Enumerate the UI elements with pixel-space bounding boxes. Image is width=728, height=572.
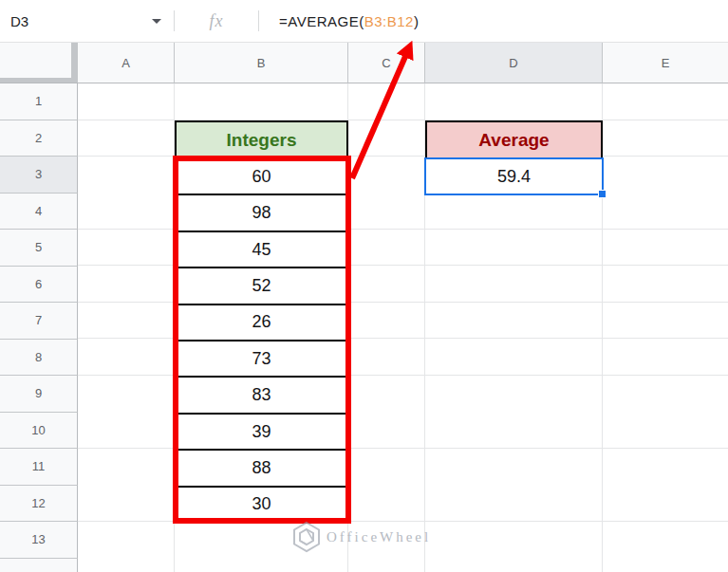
row-header-9[interactable]: 9 xyxy=(0,376,78,413)
cell-D3-selected[interactable]: 59.4 xyxy=(424,157,604,195)
cell-D3-value: 59.4 xyxy=(497,167,531,187)
row-header-3[interactable]: 3 xyxy=(0,157,78,194)
row-header-13[interactable]: 13 xyxy=(0,522,78,559)
cell-B12[interactable]: 30 xyxy=(177,488,346,522)
formula-close-paren: ) xyxy=(414,13,420,29)
row-header-7[interactable]: 7 xyxy=(0,303,78,340)
column-headers: ABCDE xyxy=(78,43,728,83)
row-header-2[interactable]: 2 xyxy=(0,120,78,157)
cell-B8[interactable]: 73 xyxy=(177,341,346,378)
fill-handle[interactable] xyxy=(598,190,607,198)
cell-B10[interactable]: 39 xyxy=(177,415,346,451)
cell-B2-integers-header[interactable]: Integers xyxy=(175,120,348,159)
column-header-B[interactable]: B xyxy=(175,43,348,83)
cell-B6[interactable]: 52 xyxy=(177,268,346,304)
integers-cells: 60984552267383398830 xyxy=(175,157,348,524)
formula-text: =AVERAGE( xyxy=(279,13,364,29)
row-header-4[interactable]: 4 xyxy=(0,194,78,231)
column-header-A[interactable]: A xyxy=(78,43,175,83)
column-header-C[interactable]: C xyxy=(348,43,425,83)
row-header-6[interactable]: 6 xyxy=(0,267,78,304)
row-header-5[interactable]: 5 xyxy=(0,230,78,267)
name-box[interactable]: D3 xyxy=(0,0,174,42)
chevron-down-icon[interactable] xyxy=(152,19,161,24)
row-header-8[interactable]: 8 xyxy=(0,340,78,377)
column-header-D[interactable]: D xyxy=(425,43,603,83)
cell-B5[interactable]: 45 xyxy=(177,232,346,268)
select-all-corner[interactable] xyxy=(0,43,78,83)
row-header-1[interactable]: 1 xyxy=(0,83,78,120)
cell-B9[interactable]: 83 xyxy=(177,378,346,414)
cell-B4[interactable]: 98 xyxy=(177,195,346,231)
row-header-10[interactable]: 10 xyxy=(0,413,78,450)
row-headers: 12345678910111213 xyxy=(0,83,78,572)
formula-input[interactable]: =AVERAGE(B3:B12) xyxy=(259,13,728,29)
formula-bar-row: D3 fx =AVERAGE(B3:B12) xyxy=(0,0,728,43)
formula-range-ref: B3:B12 xyxy=(364,13,414,29)
column-header-E[interactable]: E xyxy=(603,43,728,83)
cell-B11[interactable]: 88 xyxy=(177,451,346,487)
cell-B3[interactable]: 60 xyxy=(177,159,346,195)
fx-icon: fx xyxy=(175,11,258,31)
cell-D2-average-header[interactable]: Average xyxy=(425,120,603,159)
row-header-clipped[interactable] xyxy=(0,559,78,572)
cell-B7[interactable]: 26 xyxy=(177,305,346,341)
corner-shadow-horizontal xyxy=(0,78,78,83)
name-box-value: D3 xyxy=(10,13,28,29)
row-header-11[interactable]: 11 xyxy=(0,449,78,486)
row-header-12[interactable]: 12 xyxy=(0,486,78,523)
corner-shadow-vertical xyxy=(71,43,78,78)
spreadsheet-app: D3 fx =AVERAGE(B3:B12) ABCDE 12345678910… xyxy=(0,0,728,572)
